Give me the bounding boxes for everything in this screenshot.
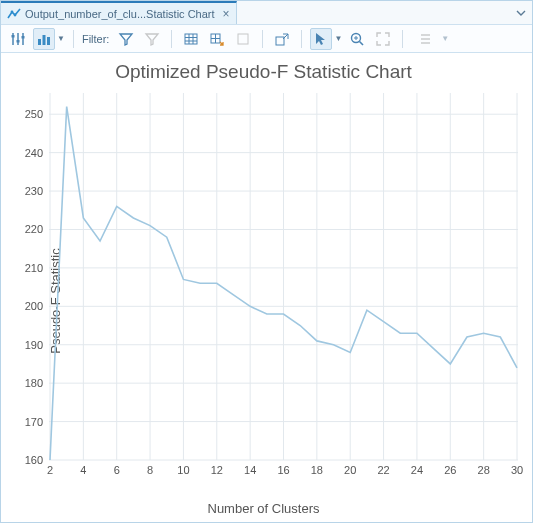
swap-axes-button[interactable]	[206, 28, 228, 50]
svg-rect-9	[43, 35, 46, 45]
svg-rect-19	[238, 34, 248, 44]
x-tick-label: 6	[114, 464, 120, 476]
clear-selection-button[interactable]	[271, 28, 293, 50]
y-tick-label: 250	[25, 108, 43, 120]
x-tick-label: 30	[511, 464, 523, 476]
x-tick-label: 18	[311, 464, 323, 476]
chevron-down-icon[interactable]: ▼	[441, 34, 449, 43]
table-swap-icon	[209, 31, 225, 47]
chevron-down-icon[interactable]: ▼	[334, 34, 342, 43]
chart-area: Optimized Pseudo-F Statistic Chart Pseud…	[1, 53, 532, 522]
filter-by-extent-button	[141, 28, 163, 50]
tab-strip: Output_number_of_clu...Statistic Chart ×	[1, 1, 532, 25]
y-tick-label: 220	[25, 223, 43, 235]
magnifier-icon	[349, 31, 365, 47]
y-tick-label: 210	[25, 262, 43, 274]
svg-point-0	[11, 10, 14, 13]
x-tick-label: 16	[277, 464, 289, 476]
y-tick-label: 200	[25, 300, 43, 312]
chevron-down-icon[interactable]: ▼	[57, 34, 65, 43]
bar-chart-icon	[36, 31, 52, 47]
svg-rect-11	[185, 34, 197, 44]
filter-by-selection-button[interactable]	[115, 28, 137, 50]
separator	[402, 30, 403, 48]
selection-tool-button[interactable]	[310, 28, 332, 50]
svg-rect-8	[38, 39, 41, 45]
rotate-button	[232, 28, 254, 50]
svg-rect-3	[12, 35, 15, 38]
y-tick-label: 230	[25, 185, 43, 197]
y-tick-label: 170	[25, 416, 43, 428]
chart-window: Output_number_of_clu...Statistic Chart ×	[0, 0, 533, 523]
separator	[73, 30, 74, 48]
line-chart-icon	[7, 7, 21, 21]
svg-rect-7	[22, 36, 25, 39]
x-tick-label: 26	[444, 464, 456, 476]
svg-rect-5	[17, 40, 20, 43]
more-button[interactable]	[411, 28, 439, 50]
cursor-icon	[313, 31, 329, 47]
table-view-button[interactable]	[180, 28, 202, 50]
chart-title: Optimized Pseudo-F Statistic Chart	[5, 61, 522, 83]
x-tick-label: 8	[147, 464, 153, 476]
table-icon	[183, 31, 199, 47]
x-tick-label: 12	[211, 464, 223, 476]
x-tick-label: 20	[344, 464, 356, 476]
tab-label: Output_number_of_clu...Statistic Chart	[25, 8, 215, 20]
tab-menu-button[interactable]	[510, 1, 532, 24]
y-tick-label: 160	[25, 454, 43, 466]
properties-button[interactable]	[7, 28, 29, 50]
y-tick-label: 240	[25, 147, 43, 159]
funnel-icon	[118, 31, 134, 47]
separator	[171, 30, 172, 48]
expand-icon	[375, 31, 391, 47]
toolbar: ▼ Filter:	[1, 25, 532, 53]
chevron-down-icon	[516, 8, 526, 18]
zoom-tool-button[interactable]	[346, 28, 368, 50]
x-tick-label: 28	[478, 464, 490, 476]
filter-label: Filter:	[82, 33, 110, 45]
separator	[262, 30, 263, 48]
y-tick-label: 190	[25, 339, 43, 351]
close-icon[interactable]: ×	[223, 7, 230, 21]
svg-rect-10	[47, 37, 50, 45]
svg-rect-20	[276, 37, 284, 45]
y-tick-label: 180	[25, 377, 43, 389]
sliders-icon	[10, 31, 26, 47]
clear-selection-icon	[274, 31, 290, 47]
svg-line-23	[360, 41, 364, 45]
legend-button[interactable]	[33, 28, 55, 50]
x-tick-label: 24	[411, 464, 423, 476]
x-tick-label: 22	[377, 464, 389, 476]
plot-wrap: Pseudo-F Statistic Number of Clusters 16…	[5, 87, 522, 514]
svg-point-1	[14, 13, 17, 16]
x-axis-label: Number of Clusters	[5, 501, 522, 516]
list-icon	[417, 31, 433, 47]
separator	[301, 30, 302, 48]
plot-svg[interactable]: 1601701801902002102202302402502468101214…	[49, 91, 518, 478]
x-tick-label: 2	[47, 464, 53, 476]
funnel-clear-icon	[144, 31, 160, 47]
rotate-icon	[235, 31, 251, 47]
x-tick-label: 10	[177, 464, 189, 476]
x-tick-label: 4	[80, 464, 86, 476]
tab-chart[interactable]: Output_number_of_clu...Statistic Chart ×	[1, 1, 237, 24]
full-extent-button[interactable]	[372, 28, 394, 50]
x-tick-label: 14	[244, 464, 256, 476]
